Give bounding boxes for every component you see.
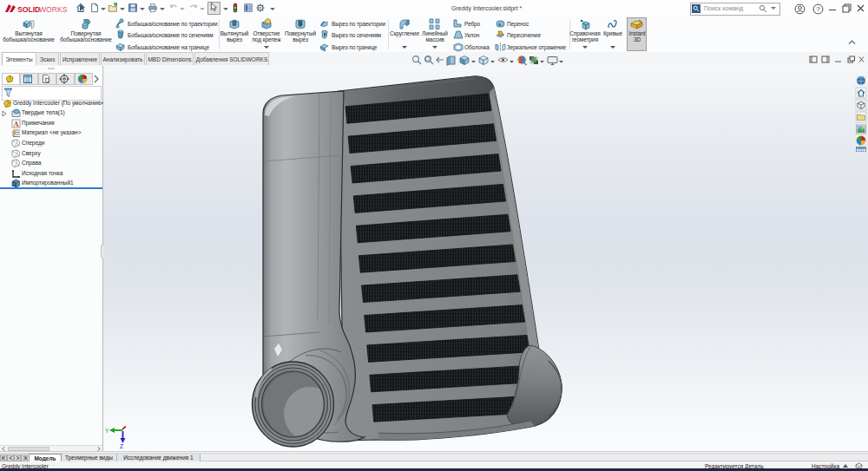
svg-text:?: ? <box>816 5 820 13</box>
svg-text:SOLID: SOLID <box>17 5 40 14</box>
svg-text:Z: Z <box>120 443 123 449</box>
svg-text:WORKS: WORKS <box>39 5 68 14</box>
svg-text:Y: Y <box>105 428 109 434</box>
